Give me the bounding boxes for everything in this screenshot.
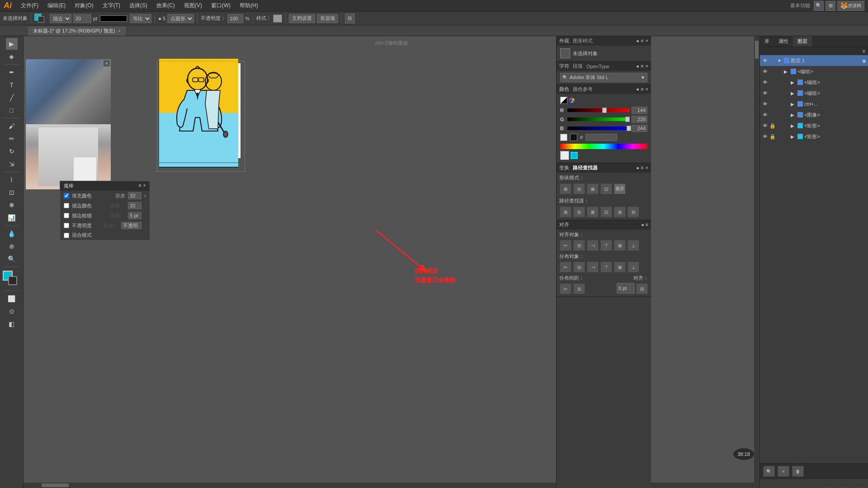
- layer-2-eye[interactable]: 👁: [762, 80, 768, 85]
- stroke-style-select[interactable]: 等比: [130, 14, 151, 23]
- g-slider-thumb[interactable]: [625, 117, 630, 122]
- doc-settings-btn[interactable]: 文档设置: [289, 14, 315, 23]
- align-right[interactable]: ⊣: [587, 240, 599, 251]
- dist-right[interactable]: ⊣: [587, 262, 599, 272]
- dist-sp-left[interactable]: ⊢: [560, 283, 571, 294]
- pf-crop[interactable]: ⊡: [600, 206, 612, 217]
- appearance-expand-btn[interactable]: ◂: [636, 38, 639, 44]
- stroke-size-input[interactable]: [73, 14, 91, 23]
- align-top[interactable]: ⊤: [600, 240, 612, 251]
- magic-options-btn[interactable]: ≡: [138, 183, 141, 189]
- background-color[interactable]: [8, 276, 17, 285]
- draw-mode-inside[interactable]: ⊙: [6, 305, 18, 317]
- font-name-row[interactable]: 🔍 Adobe 宋体 Std L ▼: [560, 73, 647, 82]
- hex-input[interactable]: 90eff4: [585, 134, 617, 141]
- layer-find-btn[interactable]: 🔍: [763, 466, 775, 477]
- pencil-tool[interactable]: ✏: [6, 133, 18, 145]
- shape-expand[interactable]: 展开: [614, 183, 626, 194]
- layer-7-lock[interactable]: 🔒: [769, 134, 776, 140]
- transform-options-btn[interactable]: ≡: [641, 165, 643, 171]
- layer-3-eye[interactable]: 👁: [762, 90, 768, 96]
- magic-opacity-checkbox[interactable]: [64, 223, 69, 228]
- tab-close-btn[interactable]: ×: [118, 28, 121, 33]
- layer-4-expand[interactable]: ▶: [791, 102, 796, 107]
- layer-row-2[interactable]: 👁 ▶ <编组>: [760, 77, 868, 88]
- align-center-v[interactable]: ⊠: [614, 240, 626, 251]
- dist-sp-btn[interactable]: ⊟: [636, 283, 648, 294]
- selection-tool[interactable]: ▶: [6, 38, 18, 50]
- shape-intersect[interactable]: ⊠: [587, 183, 599, 194]
- view-mode[interactable]: ◧: [6, 318, 18, 330]
- canvas-area[interactable]: × ctrl+Z撤销重做: [24, 36, 760, 488]
- appearance-options-btn[interactable]: ≡: [641, 38, 643, 44]
- opentype-tab[interactable]: OpenType: [586, 64, 609, 69]
- magic-fill-arrow[interactable]: ›: [144, 193, 146, 198]
- align-bottom[interactable]: ⊥: [627, 240, 639, 251]
- menu-text[interactable]: 文字(T): [99, 1, 124, 10]
- color-options-btn[interactable]: ≡: [641, 86, 643, 92]
- direct-selection-tool[interactable]: ◈: [6, 51, 18, 62]
- appearance-close-btn[interactable]: ×: [646, 38, 648, 44]
- magic-fill-checkbox[interactable]: [64, 193, 69, 198]
- align-options-btn[interactable]: ≡: [646, 222, 648, 228]
- symbol-tool[interactable]: ❋: [6, 199, 18, 211]
- graphic-style-tab[interactable]: 图形样式: [573, 38, 593, 44]
- pathfinder-tab[interactable]: 路径查找器: [573, 164, 598, 171]
- spectrum-bar[interactable]: [560, 144, 647, 149]
- g-value-input[interactable]: [632, 116, 647, 123]
- para-tab[interactable]: 段落: [573, 63, 583, 70]
- point-type-select[interactable]: 点圆形: [167, 14, 194, 23]
- layer-delete-btn[interactable]: 🗑: [792, 466, 804, 477]
- layer-1-eye[interactable]: 👁: [762, 69, 768, 74]
- panel-tab-layers[interactable]: 图层: [793, 36, 812, 47]
- layer-row-7[interactable]: 👁 🔒 ▶ <矩形>: [760, 131, 868, 142]
- color-selector[interactable]: [34, 14, 48, 23]
- warp-tool[interactable]: ⌇: [6, 174, 18, 186]
- scale-tool[interactable]: ⇲: [6, 158, 18, 170]
- dist-spacing-input[interactable]: [617, 283, 635, 294]
- layers-options-btn[interactable]: ≡: [863, 48, 865, 54]
- font-expand-btn[interactable]: ◂: [636, 63, 639, 69]
- shape-tool[interactable]: □: [6, 104, 18, 116]
- b-slider-thumb[interactable]: [627, 126, 631, 131]
- shape-minus-front[interactable]: ⊟: [573, 183, 585, 194]
- font-options-btn[interactable]: ≡: [641, 63, 643, 69]
- vertical-scrollbar[interactable]: [754, 36, 760, 488]
- b-value-input[interactable]: [632, 125, 647, 132]
- color-swatch-white[interactable]: [560, 151, 569, 160]
- color-close-btn[interactable]: ×: [646, 86, 648, 92]
- menu-effect[interactable]: 效果(C): [153, 1, 179, 10]
- document-tab[interactable]: 未标题-1* @ 17.2% (RGB/GPU 预览) ×: [27, 26, 127, 36]
- eyedropper-tool[interactable]: 💧: [6, 228, 18, 239]
- layer-add-btn[interactable]: +: [778, 466, 789, 477]
- layer-6-eye[interactable]: 👁: [762, 123, 768, 128]
- layer-row-0[interactable]: 👁 ▼ 图层 1 ◉: [760, 55, 868, 66]
- blend-tool[interactable]: ⊕: [6, 240, 18, 252]
- menu-help[interactable]: 帮助(H): [236, 1, 262, 10]
- color-panel-header[interactable]: 颜色 颜色参考 ◂ ≡ ×: [557, 84, 651, 94]
- align-center-h[interactable]: ⊟: [573, 240, 585, 251]
- layer-row-6[interactable]: 👁 🔒 ▶ <矩形>: [760, 120, 868, 131]
- transform-header[interactable]: 变换 路径查找器 ◂ ≡ ×: [557, 163, 651, 173]
- opacity-input[interactable]: [227, 14, 243, 23]
- r-slider-thumb[interactable]: [602, 108, 607, 113]
- dist-left[interactable]: ⊢: [560, 262, 571, 272]
- menu-window[interactable]: 窗口(W): [208, 1, 234, 10]
- shape-unite[interactable]: ⊞: [560, 183, 571, 194]
- layer-row-1[interactable]: 👁 ▶ <编组>: [760, 66, 868, 77]
- color-wheel-icon[interactable]: [569, 98, 575, 103]
- dist-center-h[interactable]: ⊟: [573, 262, 585, 272]
- shape-exclude[interactable]: ⊡: [600, 183, 612, 194]
- dist-center-v[interactable]: ⊠: [614, 262, 626, 272]
- dist-sp-h[interactable]: ⊟: [573, 283, 585, 294]
- layer-5-eye[interactable]: 👁: [762, 112, 768, 117]
- magic-stroke-color-checkbox[interactable]: [64, 203, 69, 208]
- preferences-btn[interactable]: 首选项: [317, 14, 338, 23]
- font-dropdown-icon[interactable]: ▼: [641, 75, 645, 80]
- layer-7-expand[interactable]: ▶: [791, 134, 796, 139]
- color-swatches[interactable]: [3, 271, 21, 289]
- layer-6-expand[interactable]: ▶: [791, 123, 796, 128]
- rotate-tool[interactable]: ↻: [6, 145, 18, 157]
- scroll-thumb-v[interactable]: [755, 41, 759, 59]
- dist-bottom[interactable]: ⊥: [627, 262, 639, 272]
